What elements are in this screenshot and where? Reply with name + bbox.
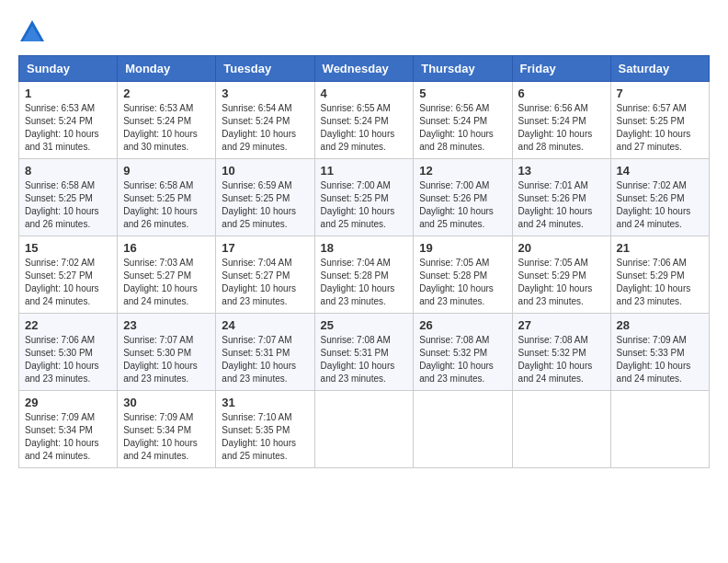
day-info: Sunrise: 7:06 AM Sunset: 5:30 PM Dayligh… [25,334,111,385]
sunset-label: Sunset: 5:24 PM [321,116,389,126]
day-number: 29 [25,396,111,409]
sunset-label: Sunset: 5:26 PM [617,193,685,203]
daylight-label: Daylight: 10 hours and 26 minutes. [123,206,198,229]
daylight-label: Daylight: 10 hours and 25 minutes. [222,438,296,461]
day-info: Sunrise: 6:58 AM Sunset: 5:25 PM Dayligh… [123,179,210,231]
logo-icon [18,18,46,46]
logo [18,18,50,46]
day-info: Sunrise: 7:08 AM Sunset: 5:32 PM Dayligh… [419,334,506,385]
day-info: Sunrise: 7:02 AM Sunset: 5:26 PM Dayligh… [617,179,703,231]
day-number: 8 [25,164,111,178]
sunrise-label: Sunrise: 7:05 AM [419,258,489,268]
day-number: 21 [617,241,703,255]
day-info: Sunrise: 7:05 AM Sunset: 5:28 PM Dayligh… [419,257,506,308]
sunrise-label: Sunrise: 7:08 AM [321,335,391,345]
calendar-cell: 24 Sunrise: 7:07 AM Sunset: 5:31 PM Dayl… [216,314,314,391]
sunrise-label: Sunrise: 7:10 AM [222,412,291,422]
sunset-label: Sunset: 5:31 PM [222,348,290,358]
sunrise-label: Sunrise: 7:02 AM [617,180,687,190]
sunrise-label: Sunrise: 7:07 AM [222,335,291,345]
calendar-cell: 18 Sunrise: 7:04 AM Sunset: 5:28 PM Dayl… [314,236,414,314]
calendar-cell: 11 Sunrise: 7:00 AM Sunset: 5:25 PM Dayl… [314,159,414,236]
day-number: 3 [222,86,308,100]
calendar-cell [512,391,610,468]
day-info: Sunrise: 7:09 AM Sunset: 5:33 PM Dayligh… [617,334,703,385]
daylight-label: Daylight: 10 hours and 24 minutes. [617,206,691,229]
weekday-header-sunday: Sunday [19,56,118,82]
calendar-cell: 3 Sunrise: 6:54 AM Sunset: 5:24 PM Dayli… [216,82,314,159]
sunset-label: Sunset: 5:28 PM [321,270,389,281]
day-info: Sunrise: 7:10 AM Sunset: 5:35 PM Dayligh… [222,411,308,463]
daylight-label: Daylight: 10 hours and 27 minutes. [617,129,691,152]
day-info: Sunrise: 6:53 AM Sunset: 5:24 PM Dayligh… [25,102,111,154]
calendar-cell: 8 Sunrise: 6:58 AM Sunset: 5:25 PM Dayli… [19,159,118,236]
calendar-cell: 9 Sunrise: 6:58 AM Sunset: 5:25 PM Dayli… [118,159,216,236]
day-info: Sunrise: 6:58 AM Sunset: 5:25 PM Dayligh… [25,179,111,231]
calendar-cell: 23 Sunrise: 7:07 AM Sunset: 5:30 PM Dayl… [118,314,216,391]
day-number: 11 [321,164,408,178]
daylight-label: Daylight: 10 hours and 23 minutes. [25,361,99,384]
calendar-cell: 2 Sunrise: 6:53 AM Sunset: 5:24 PM Dayli… [118,82,216,159]
day-info: Sunrise: 7:05 AM Sunset: 5:29 PM Dayligh… [518,257,605,308]
daylight-label: Daylight: 10 hours and 29 minutes. [321,129,395,152]
daylight-label: Daylight: 10 hours and 24 minutes. [518,206,593,229]
sunrise-label: Sunrise: 7:02 AM [25,258,95,268]
sunset-label: Sunset: 5:27 PM [123,270,191,281]
day-info: Sunrise: 6:53 AM Sunset: 5:24 PM Dayligh… [123,102,210,154]
sunrise-label: Sunrise: 6:57 AM [617,103,687,113]
day-info: Sunrise: 6:56 AM Sunset: 5:24 PM Dayligh… [419,102,506,154]
day-number: 2 [123,86,210,100]
calendar-cell [610,391,709,468]
calendar-cell: 28 Sunrise: 7:09 AM Sunset: 5:33 PM Dayl… [610,314,709,391]
sunset-label: Sunset: 5:30 PM [25,348,93,358]
sunrise-label: Sunrise: 6:56 AM [518,103,588,113]
sunset-label: Sunset: 5:27 PM [222,270,290,281]
week-row-1: 1 Sunrise: 6:53 AM Sunset: 5:24 PM Dayli… [19,82,710,159]
day-info: Sunrise: 7:07 AM Sunset: 5:31 PM Dayligh… [222,334,308,385]
day-number: 27 [518,318,605,332]
header [18,18,710,46]
day-number: 13 [518,164,605,178]
sunset-label: Sunset: 5:32 PM [419,348,487,358]
sunrise-label: Sunrise: 7:06 AM [617,258,687,268]
daylight-label: Daylight: 10 hours and 23 minutes. [123,361,198,384]
day-info: Sunrise: 7:08 AM Sunset: 5:31 PM Dayligh… [321,334,408,385]
sunrise-label: Sunrise: 7:03 AM [123,258,193,268]
sunset-label: Sunset: 5:24 PM [123,116,191,126]
calendar-cell: 17 Sunrise: 7:04 AM Sunset: 5:27 PM Dayl… [216,236,314,314]
calendar-cell: 5 Sunrise: 6:56 AM Sunset: 5:24 PM Dayli… [414,82,512,159]
day-info: Sunrise: 7:00 AM Sunset: 5:26 PM Dayligh… [419,179,506,231]
calendar-cell [314,391,414,468]
sunrise-label: Sunrise: 6:58 AM [25,180,95,190]
sunset-label: Sunset: 5:24 PM [25,116,93,126]
sunset-label: Sunset: 5:28 PM [419,270,487,281]
sunrise-label: Sunrise: 7:01 AM [518,180,588,190]
day-number: 30 [123,396,210,409]
daylight-label: Daylight: 10 hours and 28 minutes. [518,129,593,152]
sunrise-label: Sunrise: 7:00 AM [321,180,391,190]
sunset-label: Sunset: 5:30 PM [123,348,191,358]
weekday-header-saturday: Saturday [610,56,709,82]
day-number: 9 [123,164,210,178]
day-number: 24 [222,318,308,332]
sunset-label: Sunset: 5:25 PM [617,116,685,126]
day-number: 18 [321,241,408,255]
sunrise-label: Sunrise: 6:56 AM [419,103,489,113]
sunrise-label: Sunrise: 7:04 AM [222,258,291,268]
daylight-label: Daylight: 10 hours and 23 minutes. [222,361,296,384]
sunset-label: Sunset: 5:25 PM [25,193,93,203]
sunrise-label: Sunrise: 7:09 AM [25,412,95,422]
calendar-cell: 12 Sunrise: 7:00 AM Sunset: 5:26 PM Dayl… [414,159,512,236]
weekday-header-monday: Monday [118,56,216,82]
day-info: Sunrise: 6:57 AM Sunset: 5:25 PM Dayligh… [617,102,703,154]
day-number: 31 [222,396,308,409]
day-info: Sunrise: 7:09 AM Sunset: 5:34 PM Dayligh… [123,411,210,463]
day-info: Sunrise: 6:55 AM Sunset: 5:24 PM Dayligh… [321,102,408,154]
sunrise-label: Sunrise: 7:06 AM [25,335,95,345]
weekday-header-thursday: Thursday [414,56,512,82]
week-row-3: 15 Sunrise: 7:02 AM Sunset: 5:27 PM Dayl… [19,236,710,314]
calendar-cell: 16 Sunrise: 7:03 AM Sunset: 5:27 PM Dayl… [118,236,216,314]
daylight-label: Daylight: 10 hours and 25 minutes. [419,206,494,229]
weekday-header-friday: Friday [512,56,610,82]
calendar-cell: 1 Sunrise: 6:53 AM Sunset: 5:24 PM Dayli… [19,82,118,159]
